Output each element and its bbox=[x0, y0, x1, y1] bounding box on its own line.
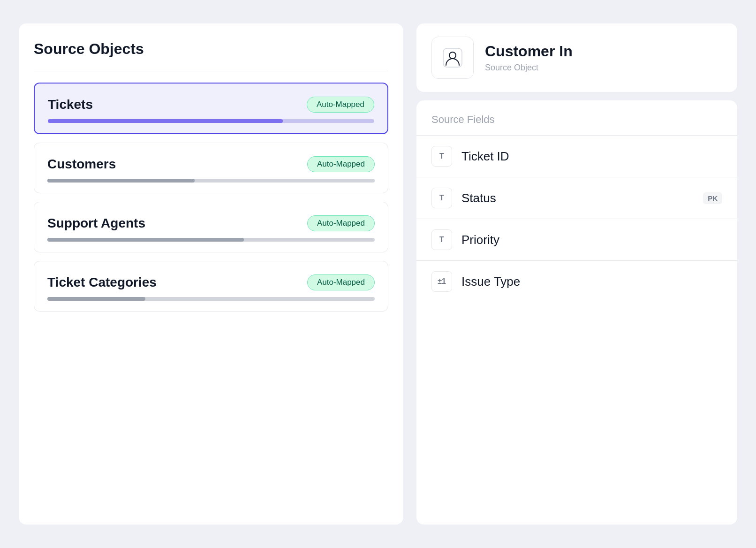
auto-mapped-badge: Auto-Mapped bbox=[307, 97, 374, 113]
field-name: Priority bbox=[461, 233, 722, 247]
card-title: Support Agents bbox=[47, 216, 145, 231]
person-icon bbox=[442, 47, 463, 68]
auto-mapped-badge: Auto-Mapped bbox=[307, 156, 375, 172]
progress-bar-bg bbox=[48, 119, 374, 123]
field-row-priority[interactable]: T Priority bbox=[416, 219, 737, 260]
customer-header-text: Customer In Source Object bbox=[485, 43, 573, 73]
progress-bar-fill bbox=[47, 179, 195, 183]
field-type-icon: ±1 bbox=[431, 271, 452, 292]
panel-title: Source Objects bbox=[34, 40, 388, 58]
field-row-ticket-id[interactable]: T Ticket ID bbox=[416, 135, 737, 177]
auto-mapped-badge: Auto-Mapped bbox=[307, 215, 375, 231]
card-header: Support Agents Auto-Mapped bbox=[47, 215, 375, 231]
field-name: Ticket ID bbox=[461, 149, 722, 164]
right-panel: Customer In Source Object Source Fields … bbox=[416, 23, 737, 525]
customer-subtitle: Source Object bbox=[485, 63, 573, 73]
progress-bar-bg bbox=[47, 238, 375, 242]
field-name: Issue Type bbox=[461, 274, 722, 289]
divider bbox=[34, 71, 388, 71]
field-name: Status bbox=[461, 191, 694, 206]
card-title: Customers bbox=[47, 157, 116, 172]
customer-name: Customer In bbox=[485, 43, 573, 60]
source-fields-list: T Ticket ID T Status PK T Priority ±1 Is… bbox=[416, 135, 737, 302]
progress-bar-fill bbox=[47, 297, 145, 301]
progress-bar-bg bbox=[47, 297, 375, 301]
field-type-icon: T bbox=[431, 188, 452, 208]
source-object-card-ticket-categories[interactable]: Ticket Categories Auto-Mapped bbox=[34, 261, 388, 312]
progress-bar-fill bbox=[48, 119, 283, 123]
progress-bar-fill bbox=[47, 238, 244, 242]
field-type-icon: T bbox=[431, 146, 452, 167]
field-row-status[interactable]: T Status PK bbox=[416, 177, 737, 219]
card-title: Tickets bbox=[48, 97, 93, 112]
source-object-card-tickets[interactable]: Tickets Auto-Mapped bbox=[34, 83, 388, 134]
source-object-list: Tickets Auto-Mapped Customers Auto-Mappe… bbox=[34, 83, 388, 320]
progress-bar-bg bbox=[47, 179, 375, 183]
pk-badge: PK bbox=[703, 192, 722, 204]
source-object-card-support-agents[interactable]: Support Agents Auto-Mapped bbox=[34, 202, 388, 252]
field-row-issue-type[interactable]: ±1 Issue Type bbox=[416, 260, 737, 302]
customer-icon-box bbox=[431, 37, 474, 79]
field-type-icon: T bbox=[431, 229, 452, 250]
source-objects-panel: Source Objects Tickets Auto-Mapped Custo… bbox=[19, 23, 403, 525]
card-header: Customers Auto-Mapped bbox=[47, 156, 375, 172]
card-title: Ticket Categories bbox=[47, 275, 157, 290]
card-header: Tickets Auto-Mapped bbox=[48, 97, 374, 113]
source-fields-title: Source Fields bbox=[416, 114, 737, 135]
source-object-card-customers[interactable]: Customers Auto-Mapped bbox=[34, 143, 388, 193]
source-fields-card: Source Fields T Ticket ID T Status PK T … bbox=[416, 100, 737, 525]
customer-header-card: Customer In Source Object bbox=[416, 23, 737, 92]
auto-mapped-badge: Auto-Mapped bbox=[307, 274, 375, 290]
card-header: Ticket Categories Auto-Mapped bbox=[47, 274, 375, 290]
